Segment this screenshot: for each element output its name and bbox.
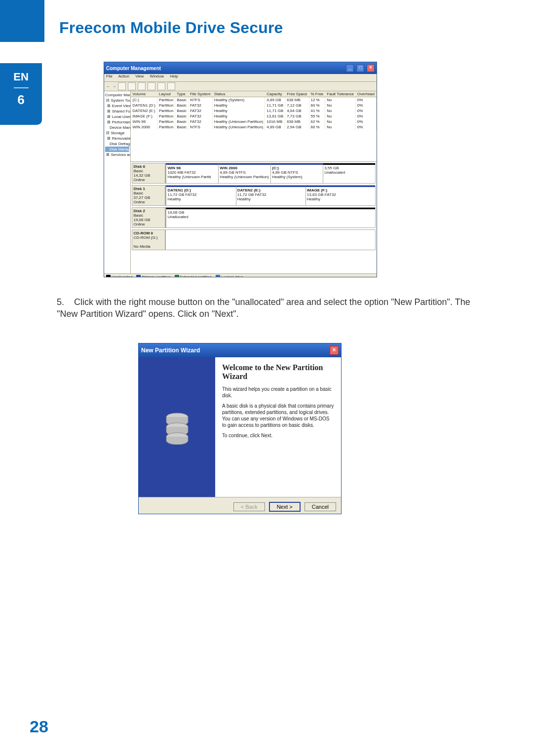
- volume-row[interactable]: WIN 98PartitionBasicFAT32Healthy (Unknow…: [131, 119, 376, 124]
- column-header[interactable]: Fault Tolerance: [325, 91, 356, 97]
- tree-storage[interactable]: ⊟ Storage: [105, 130, 129, 136]
- cell: 4,89 GB: [265, 97, 285, 103]
- disk-stack-icon: [162, 410, 192, 445]
- maximize-icon[interactable]: □: [356, 64, 364, 72]
- wizard-titlebar[interactable]: New Partition Wizard ×: [139, 343, 341, 357]
- disk-label[interactable]: Disk 1Basic37,27 GBOnline: [132, 185, 165, 206]
- menu-action[interactable]: Action: [118, 74, 129, 78]
- tree-item[interactable]: Disk Defragmenter: [105, 141, 129, 147]
- navigation-tree[interactable]: Computer Management (Local) ⊟ System Too…: [104, 91, 131, 273]
- tree-services[interactable]: ⊞ Services and Applications: [105, 152, 129, 157]
- cancel-button[interactable]: Cancel: [305, 502, 336, 511]
- disk-label[interactable]: CD-ROM 0CD-ROM (G:)No Media: [132, 229, 165, 250]
- disk-row: Disk 2Basic19,08 GBOnline19,08 GBUnalloc…: [132, 207, 376, 228]
- column-header[interactable]: File System: [188, 91, 212, 97]
- close-icon[interactable]: ×: [367, 64, 375, 72]
- tree-system-tools[interactable]: ⊟ System Tools: [105, 98, 129, 103]
- partition[interactable]: IMAGE (F:)13,83 GB FAT32Healthy: [305, 186, 375, 205]
- step-number: 5.: [57, 296, 72, 308]
- cell: Healthy: [212, 103, 265, 108]
- legend-primary: Primary partition: [136, 275, 170, 277]
- cell: FAT32: [188, 108, 212, 113]
- close-icon[interactable]: ×: [330, 346, 339, 355]
- page-number: 28: [30, 717, 48, 736]
- menu-help[interactable]: Help: [170, 74, 178, 78]
- tree-item[interactable]: ⊞ Shared Folders: [105, 109, 129, 114]
- disk-partitions: [165, 229, 376, 250]
- language-code: EN: [0, 63, 42, 83]
- cell: Healthy (Unknown Partition): [212, 124, 265, 130]
- window-titlebar[interactable]: Computer Management _ □ ×: [104, 62, 377, 74]
- cell: 0%: [355, 97, 376, 103]
- toolbar-button-icon[interactable]: [118, 82, 126, 90]
- legend-logical: Logical drive: [216, 275, 243, 277]
- volume-row[interactable]: WIN 2000PartitionBasicNTFSHealthy (Unkno…: [131, 124, 376, 130]
- cell: Healthy (System): [212, 97, 265, 103]
- disk-partitions: 19,08 GBUnallocated: [165, 207, 376, 228]
- cell: Basic: [175, 97, 189, 103]
- tree-item[interactable]: ⊞ Performance Logs and Alerts: [105, 119, 129, 125]
- back-icon[interactable]: ←: [106, 84, 110, 89]
- volume-list[interactable]: VolumeLayoutTypeFile SystemStatusCapacit…: [131, 91, 377, 162]
- column-header[interactable]: Layout: [157, 91, 175, 97]
- unallocated-area[interactable]: 19,08 GBUnallocated: [166, 208, 375, 227]
- volume-row[interactable]: IMAGE (F:)PartitionBasicFAT32Healthy13,8…: [131, 113, 376, 119]
- tree-item[interactable]: ⊞ Local Users and Groups: [105, 114, 129, 119]
- cell: 1016 MB: [265, 119, 285, 124]
- menu-bar[interactable]: File Action View Window Help: [104, 74, 377, 82]
- volume-row[interactable]: DATEN2 (E:)PartitionBasicFAT32Healthy11,…: [131, 108, 376, 113]
- column-header[interactable]: Type: [175, 91, 189, 97]
- forward-icon[interactable]: →: [112, 84, 116, 89]
- volume-row[interactable]: DATEN1 (D:)PartitionBasicFAT32Healthy11,…: [131, 103, 376, 108]
- tree-disk-management[interactable]: Disk Management: [105, 147, 129, 152]
- tree-item[interactable]: ⊞ Removable Storage: [105, 136, 129, 141]
- column-header[interactable]: Capacity: [265, 91, 285, 97]
- unallocated-area[interactable]: 3,55 GBUnallocated: [323, 163, 375, 183]
- toolbar-button-icon[interactable]: [148, 82, 155, 90]
- menu-window[interactable]: Window: [150, 74, 164, 78]
- wizard-para-3: To continue, click Next.: [222, 432, 334, 439]
- wizard-para-1: This wizard helps you create a partition…: [222, 386, 334, 399]
- partition[interactable]: DATEN2 (E:)11,72 GB FAT32Healthy: [236, 186, 305, 205]
- minimize-icon[interactable]: _: [346, 64, 354, 72]
- partition[interactable]: WIN 20004,89 GB NTFSHealthy (Unknown Par…: [218, 163, 270, 183]
- partition[interactable]: (C:)4,89 GB NTFSHealthy (System): [270, 163, 323, 183]
- toolbar-button-icon[interactable]: [157, 82, 165, 90]
- disk-label[interactable]: Disk 0Basic14,32 GBOnline: [132, 163, 165, 184]
- disk-graphical-view[interactable]: Disk 0Basic14,32 GBOnlineWIN 981020 MB F…: [131, 162, 377, 273]
- cell: Partition: [157, 103, 175, 108]
- cell: 0%: [355, 119, 376, 124]
- cell: Basic: [175, 103, 189, 108]
- menu-file[interactable]: File: [106, 74, 113, 78]
- partition[interactable]: WIN 981020 MB FAT32Healthy (Unknown Part…: [166, 163, 218, 183]
- back-button[interactable]: < Back: [233, 502, 265, 511]
- column-header[interactable]: % Free: [309, 91, 325, 97]
- tree-item[interactable]: ⊞ Event Viewer: [105, 103, 129, 109]
- page-header: Freecom Mobile Drive Secure: [0, 0, 533, 42]
- cell: Healthy (Unknown Partition): [212, 119, 265, 124]
- column-header[interactable]: Overhead: [355, 91, 376, 97]
- disk-label[interactable]: Disk 2Basic19,08 GBOnline: [132, 207, 165, 228]
- toolbar-button-icon[interactable]: [128, 82, 136, 90]
- cell: NTFS: [188, 97, 212, 103]
- cell: 60 %: [309, 124, 325, 130]
- cell: WIN 2000: [131, 124, 157, 130]
- cell: 7,12 GB: [285, 103, 309, 108]
- volume-row[interactable]: (C:)PartitionBasicNTFSHealthy (System)4,…: [131, 97, 376, 103]
- help-icon[interactable]: [167, 82, 175, 90]
- column-header[interactable]: Status: [212, 91, 265, 97]
- tree-root[interactable]: Computer Management (Local): [105, 92, 129, 98]
- column-header[interactable]: Volume: [131, 91, 157, 97]
- cell: FAT32: [188, 119, 212, 124]
- tree-item[interactable]: Device Manager: [105, 125, 129, 130]
- cell: NTFS: [188, 124, 212, 130]
- partition[interactable]: DATEN1 (D:)11,72 GB FAT32Healthy: [166, 186, 235, 205]
- cell: Healthy: [212, 113, 265, 119]
- column-header[interactable]: Free Space: [285, 91, 309, 97]
- cell: 2,94 GB: [285, 124, 309, 130]
- next-button[interactable]: Next >: [269, 502, 301, 512]
- menu-view[interactable]: View: [135, 74, 144, 78]
- wizard-title: New Partition Wizard: [141, 347, 200, 354]
- cell: No: [325, 108, 356, 113]
- refresh-icon[interactable]: [138, 82, 146, 90]
